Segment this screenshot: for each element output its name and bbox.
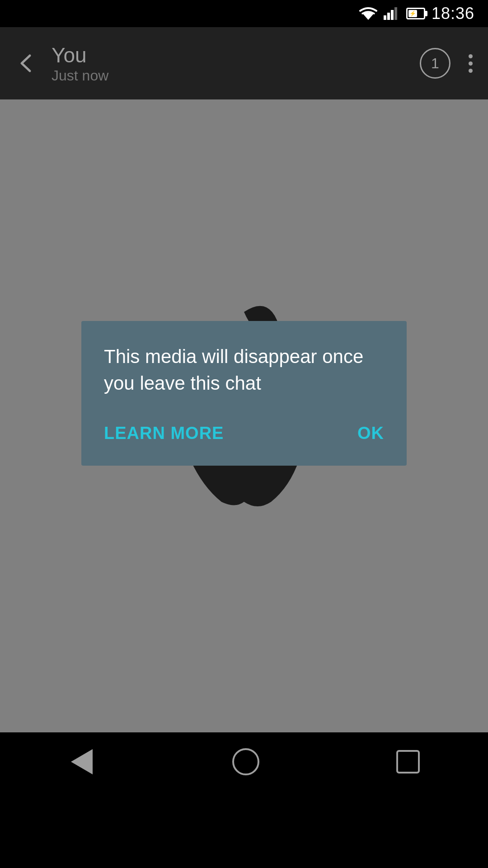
contact-timestamp: Just now [52, 67, 420, 84]
contact-name: You [52, 43, 420, 67]
dialog-message: This media will disappear once you leave… [104, 344, 384, 397]
learn-more-button[interactable]: LEARN MORE [104, 419, 224, 448]
nav-recents-button[interactable] [396, 750, 420, 774]
bottom-nav-bar [0, 732, 488, 791]
nav-back-button[interactable] [68, 748, 95, 775]
ok-button[interactable]: OK [357, 419, 384, 448]
dialog-actions: LEARN MORE OK [104, 419, 384, 448]
view-count-badge[interactable]: 1 [420, 48, 450, 79]
dot-2 [469, 61, 473, 66]
dialog: This media will disappear once you leave… [81, 321, 407, 466]
wifi-icon [359, 7, 377, 20]
svg-rect-2 [387, 13, 390, 20]
battery-icon: ⚡ [406, 8, 425, 19]
dialog-overlay: This media will disappear once you leave… [0, 99, 488, 732]
contact-info: You Just now [42, 43, 420, 84]
svg-marker-0 [362, 13, 375, 20]
back-triangle-icon [71, 749, 93, 774]
media-area: SMARTPHONEINFO This media will disappear… [0, 99, 488, 732]
dot-1 [469, 54, 473, 58]
back-button[interactable] [11, 47, 42, 79]
svg-rect-3 [391, 10, 394, 20]
status-bar: ⚡ 18:36 [0, 0, 488, 27]
svg-rect-4 [394, 7, 397, 20]
status-time: 18:36 [432, 4, 474, 23]
status-icons: ⚡ 18:36 [359, 4, 474, 23]
top-actions: 1 [420, 48, 477, 79]
back-arrow-icon [15, 52, 38, 75]
nav-home-button[interactable] [232, 748, 259, 775]
more-options-button[interactable] [464, 50, 477, 77]
dot-3 [469, 69, 473, 73]
view-count-number: 1 [431, 55, 439, 72]
signal-icon [384, 7, 400, 20]
top-bar: You Just now 1 [0, 27, 488, 99]
svg-rect-1 [384, 15, 386, 20]
